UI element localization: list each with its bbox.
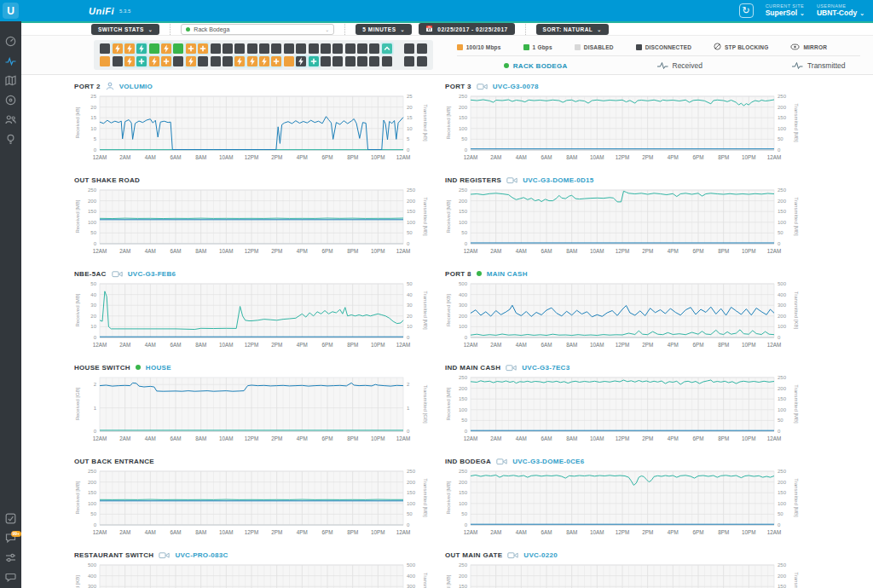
port-33-disconnected[interactable] [198,56,208,66]
legend-item-stp-blocking: STP BLOCKING [714,43,768,51]
port-4-poe-1g[interactable] [136,43,147,54]
device-link[interactable]: UVC-G3-7EC3 [522,364,569,372]
sidebar-item-devices[interactable] [0,91,21,111]
port-32-poe-100m[interactable] [186,56,196,66]
port-44-disconnected[interactable] [332,56,343,66]
svg-text:6AM: 6AM [171,248,182,254]
svg-text:50: 50 [778,511,783,516]
port-28-plus-1g[interactable] [136,56,147,66]
sidebar-item-chat[interactable] [0,568,21,588]
port-14-disconnected[interactable] [259,43,269,54]
port-9-plus-100m[interactable] [198,43,208,54]
date-range-picker[interactable]: 📅 02/25/2017 - 02/25/2017 [419,23,515,35]
port-29-poe-100m[interactable] [149,56,159,66]
port-39-plus-100m[interactable] [271,56,281,66]
port-42-plus-1g[interactable] [309,56,319,66]
port-38-poe-100m[interactable] [259,56,269,66]
port-48-disconnected[interactable] [382,56,392,66]
port-5-1g[interactable] [149,43,159,54]
port-7-1g[interactable] [173,43,183,54]
port-40-100m[interactable] [284,56,294,66]
sort-dropdown[interactable]: SORT: NATURAL ⌄ [536,24,609,35]
sidebar-item-map[interactable] [0,72,21,91]
port-31-disconnected[interactable] [173,56,183,66]
port-3-poe-100m[interactable] [124,43,135,54]
svg-text:12PM: 12PM [245,154,258,160]
port-17-disconnected[interactable] [296,43,306,54]
port-11-disconnected[interactable] [223,43,233,54]
sidebar-item-dashboard[interactable] [0,32,21,52]
sfp-port-4-disconnected[interactable] [417,56,427,66]
svg-text:250: 250 [778,187,787,193]
sidebar-item-clients[interactable] [0,111,21,130]
port-46-disconnected[interactable] [357,56,367,66]
port-6-poe-100m[interactable] [161,43,171,54]
svg-text:20: 20 [90,105,96,110]
svg-text:0: 0 [465,241,468,246]
sidebar-item-insights[interactable] [0,130,21,150]
device-link[interactable]: UVC-G3-FEB6 [128,270,176,278]
sfp-port-3-disconnected[interactable] [404,56,414,66]
svg-text:50: 50 [90,230,96,235]
device-select[interactable]: Rack Bodega ⌄ [181,24,334,35]
svg-text:250: 250 [459,562,468,568]
port-15-disconnected[interactable] [271,43,281,54]
port-20-disconnected[interactable] [332,43,343,54]
port-16-disconnected[interactable] [284,43,294,54]
port-8-plus-100m[interactable] [186,43,196,54]
port-36-poe-100m[interactable] [234,56,245,66]
svg-text:Received [KB]: Received [KB] [75,575,80,588]
current-site-dropdown[interactable]: CURRENT SITE SuperSol⌄ [766,3,805,17]
port-2-poe-100m[interactable] [113,43,123,54]
svg-text:0: 0 [407,335,410,340]
svg-text:12AM: 12AM [767,435,781,441]
device-link[interactable]: MAIN CASH [487,270,528,278]
device-link[interactable]: UVC-G3-0078 [493,83,539,90]
svg-text:200: 200 [778,480,787,485]
device-link[interactable]: UVC-PRO-083C [175,551,228,559]
port-30-plus-100m[interactable] [161,56,171,66]
port-26-disconnected[interactable] [113,56,123,66]
refresh-icon[interactable]: ↻ [739,3,754,18]
port-12-disconnected[interactable] [234,43,245,54]
port-19-disconnected[interactable] [321,43,331,54]
port-27-poe-100m[interactable] [124,56,135,66]
port-34-disconnected[interactable] [211,56,221,66]
ubiquiti-logo-icon[interactable]: U [3,3,19,19]
port-22-disconnected[interactable] [357,43,367,54]
username-dropdown[interactable]: USERNAME UBNT-Cody⌄ [817,3,864,17]
port-45-disconnected[interactable] [345,56,356,66]
port-43-disconnected[interactable] [321,56,331,66]
port-41-poe-down[interactable] [296,56,306,66]
svg-text:12AM: 12AM [396,435,410,441]
device-link[interactable]: UVC-G3-DOME-0CE6 [512,458,584,465]
port-18-disconnected[interactable] [309,43,319,54]
svg-text:0: 0 [407,429,410,434]
device-link[interactable]: HOUSE [146,364,171,372]
map-icon [5,74,16,89]
sfp-port-1-disconnected[interactable] [404,43,414,54]
port-35-disconnected[interactable] [223,56,233,66]
switch-stats-dropdown[interactable]: SWITCH STATS ⌄ [91,24,159,35]
sfp-port-2-disconnected[interactable] [417,43,427,54]
port-21-disconnected[interactable] [345,43,356,54]
sidebar-item-events[interactable] [0,510,21,529]
device-link[interactable]: UVC-0220 [523,551,558,559]
interval-dropdown[interactable]: 5 MINUTES ⌄ [356,24,412,35]
port-24-uplink[interactable] [382,43,392,54]
svg-text:30: 30 [407,303,413,308]
svg-text:6AM: 6AM [171,154,182,160]
port-47-disconnected[interactable] [369,56,379,66]
port-25-100m[interactable] [100,56,110,66]
toolbar-separator [525,24,526,35]
port-13-disconnected[interactable] [247,43,257,54]
device-link[interactable]: UVC-G3-DOME-0D15 [523,176,593,184]
sidebar-item-alerts[interactable]: 99+ [0,529,21,549]
device-link[interactable]: VOLUMIO [119,83,153,90]
port-1-disconnected[interactable] [100,43,110,54]
port-23-disconnected[interactable] [369,43,379,54]
port-37-poe-100m[interactable] [247,56,257,66]
port-10-disconnected[interactable] [211,43,221,54]
sidebar-item-statistics[interactable] [0,52,21,72]
sidebar-item-settings[interactable] [0,549,21,568]
